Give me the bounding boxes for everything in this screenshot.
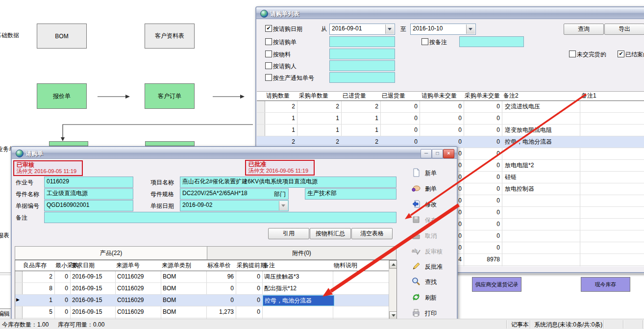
scroll-up-icon[interactable] [389,260,397,269]
filter-material-input[interactable] [329,49,395,59]
parent-spec-label: 母件规格 [150,190,174,199]
parent-spec-field[interactable]: DC220V/25A*2/65AH*18 [180,188,289,200]
list-window-titlebar[interactable]: 请购单列表 [256,7,644,19]
flow-box-supplier-returns[interactable]: 供应商交退货记录 [472,277,521,292]
flow-box-current-stock[interactable]: 现今库存 [581,277,630,292]
cancel-button: 取消 [412,230,457,241]
flow-box-partial-right[interactable] [145,141,195,146]
dept-field[interactable]: 生产技术部 [305,188,396,200]
filter-by-remark-checkbox[interactable] [421,38,428,45]
doc-date-label: 单据日期 [150,202,174,210]
cite-button[interactable]: 引用 [268,228,309,239]
flow-box-quote[interactable]: 报价单 [37,83,87,109]
filter-by-material-checkbox[interactable] [265,51,272,57]
filter-by-remark-label: 按备注 [429,38,447,47]
column-header[interactable]: 良品库存 [23,260,47,271]
print-button[interactable]: 打印 [412,308,457,319]
modify-button[interactable]: 修改 [412,199,457,210]
flow-box-partial-left[interactable] [49,141,88,146]
closed-label: 已结案的 [625,51,644,59]
date-from-combobox[interactable]: 2016-09-01 [329,24,395,35]
date-to-combobox[interactable]: 2016-10-10 [410,24,476,35]
close-button[interactable]: × [443,149,454,158]
column-header[interactable]: 已退货量 [382,92,405,100]
approved-stamp: 已批准 汤仲文 2016-09-05 11:19 [245,160,315,176]
printer-icon [412,308,421,317]
tab-product[interactable]: 产品(22) [15,246,207,260]
column-header[interactable]: 请购单未交量 [421,92,457,100]
flow-box-customer-info[interactable]: 客户资料表 [145,24,195,49]
sum-by-material-button[interactable]: 按物料汇总 [310,228,351,239]
table-row[interactable]: 111000逆变放电限流电阻 [257,125,644,136]
column-header[interactable]: 来源单号 [116,260,140,271]
table-row[interactable]: 502016-09-15C0116029BOM1,2730 [15,306,396,318]
filter-by-requester-checkbox[interactable] [265,62,272,69]
detail-window-titlebar[interactable]: 请购单 ─ □ × [12,147,457,159]
doc-date-combobox[interactable]: 2016-09-02 [180,200,289,211]
export-button[interactable]: 导出 [604,24,644,35]
chevron-down-icon[interactable] [466,25,475,34]
parent-name-field[interactable]: 工业级直流电源 [44,188,133,200]
system-message-status-item[interactable]: 系统消息(未读:0条/共:0条) [534,321,602,329]
filter-by-notice-checkbox[interactable] [265,74,272,81]
table-row[interactable]: 202016-09-15C0116029BOM960调压接触器*3 [15,271,396,283]
column-header[interactable]: 采购提前期 [237,260,266,271]
table-row-selected[interactable]: ▶102016-09-15C0116029BOM00控母，电池分流器 [15,295,396,306]
app-globe-icon [260,10,268,18]
flow-box-customer-order[interactable]: 客户订单 [145,83,195,109]
clear-table-button[interactable]: 清空表格 [351,228,393,239]
notepad-status-item[interactable]: 记事本 [511,321,529,329]
query-button[interactable]: 查询 [564,24,604,35]
column-header[interactable]: 采购单未交量 [465,92,500,100]
selected-cell[interactable]: 控母，电池分流器 [263,295,334,306]
column-header[interactable]: 要求日期 [71,260,95,271]
column-header[interactable]: 已进货量 [343,92,366,100]
column-header[interactable]: 物料说明 [334,260,357,271]
refresh-icon [412,293,421,302]
doc-no-label: 单据编号 [16,202,39,210]
closed-checkbox[interactable]: ✔ [618,51,624,57]
undelivered-checkbox[interactable] [569,51,576,57]
column-header[interactable]: 备注2 [503,92,519,100]
window-requisition-detail: 请购单 ─ □ × 已审核 汤仲文 2016-09-05 11:19 已批准 汤… [11,146,458,322]
remark-field[interactable] [44,212,396,223]
filter-notice-input[interactable] [329,72,395,83]
column-header[interactable]: 标准单价 [207,260,231,271]
maximize-button[interactable]: □ [432,149,443,158]
table-row[interactable]: 111000 [257,113,644,125]
column-header[interactable]: 采购单数量 [299,92,328,100]
delete-doc-button[interactable]: 删单 [412,183,457,194]
minimize-button[interactable]: ─ [421,149,432,158]
product-table-header: 良品库存 最小采购 要求日期 来源单号 来源单类别 标准单价 采购提前期 备注 … [15,260,396,271]
table-row[interactable]: 222000交流进线电压 [257,101,644,113]
column-header[interactable]: 请购数量 [266,92,290,100]
filter-by-date-checkbox[interactable]: ✔ [265,25,272,32]
column-header[interactable]: 来源单类别 [162,260,191,271]
filter-by-req-checkbox[interactable] [265,38,272,45]
flow-box-bom[interactable]: BOM [37,24,87,49]
approved-stamp-title: 已批准 [248,161,311,168]
doc-no-field[interactable]: QGD160902001 [44,200,133,211]
project-label: 项目名称 [150,178,174,187]
filter-by-requester-label: 按请购人 [273,62,297,71]
search-button[interactable]: 查找 [412,277,457,287]
project-field[interactable]: 燕山石化2#催化装置扩建6KV供电系统项目直流电源 [180,177,396,188]
refresh-button[interactable]: 刷新 [412,292,457,303]
list-window-title: 请购单列表 [270,10,299,18]
filter-req-input[interactable] [329,36,395,47]
product-table[interactable]: 良品库存 最小采购 要求日期 来源单号 来源单类别 标准单价 采购提前期 备注 … [15,260,397,320]
tab-attachment[interactable]: 附件(0) [207,246,396,260]
column-header[interactable]: 备注1 [581,92,596,100]
chevron-down-icon[interactable] [385,25,394,34]
column-header[interactable]: 备注 [263,260,275,271]
unapprove-button[interactable]: 反批准 [412,261,457,272]
filter-remark-input[interactable] [459,36,524,47]
new-doc-button[interactable]: 新单 [412,168,457,178]
remark-label: 备注 [16,214,27,222]
vertical-scrollbar[interactable] [389,260,397,319]
job-field[interactable]: 0116029 [44,177,133,188]
undelivered-label: 未交完货的 [577,51,606,59]
filter-by-material-label: 按物料 [273,51,291,59]
filter-requester-input[interactable] [329,60,395,71]
table-row[interactable]: 802016-09-15C0116029BOM00配出指示*12 [15,283,396,295]
